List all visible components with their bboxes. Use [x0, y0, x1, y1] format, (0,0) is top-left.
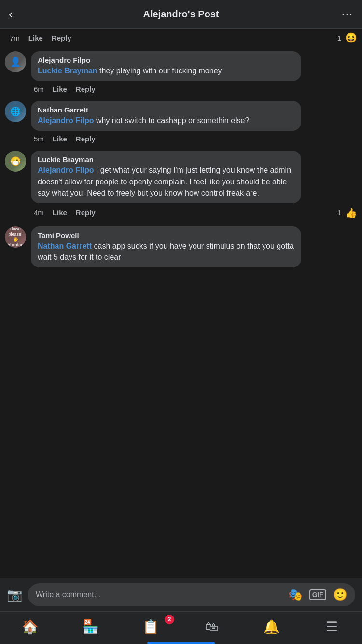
like-button[interactable]: Like: [28, 34, 43, 42]
nav-menu[interactable]: ☰: [302, 612, 362, 642]
comment-text: Luckie Brayman they playing with our fuc…: [38, 65, 294, 76]
emoji-icon[interactable]: 🙂: [333, 588, 348, 602]
comment-text: Nathan Garrett cash app sucks if you hav…: [38, 240, 294, 263]
reaction-count: 1: [337, 209, 341, 217]
comment-author: Nathan Garrett: [38, 106, 294, 114]
reply-button[interactable]: Reply: [76, 135, 96, 143]
more-options-button[interactable]: ···: [334, 8, 353, 21]
like-button[interactable]: Like: [53, 209, 67, 217]
comment-bubble: Tami Powell Nathan Garrett cash app suck…: [31, 226, 301, 267]
comment-text: Alejandro Filpo I get what your saying I…: [38, 165, 294, 198]
mention: Luckie Brayman: [38, 67, 97, 75]
comment-item: 😷 Luckie Brayman Alejandro Filpo I get w…: [5, 151, 357, 203]
comment-time: 7m: [10, 34, 20, 42]
comment-author: Alejandro Filpo: [38, 56, 294, 64]
marketplace-icon: 🛍: [205, 619, 218, 635]
comment-author: Luckie Brayman: [38, 155, 294, 164]
input-icons: 🎭 GIF 🙂: [288, 588, 348, 602]
sticker-icon[interactable]: 🎭: [288, 588, 303, 602]
comment-item: 👤 Alejandro Filpo Luckie Brayman they pl…: [5, 51, 357, 81]
comment-bubble: Alejandro Filpo Luckie Brayman they play…: [31, 51, 301, 81]
comments-feed: 7m Like Reply 1 😆 👤 Alejandro Filpo Luck…: [0, 29, 362, 311]
camera-icon[interactable]: 📷: [7, 588, 22, 602]
gif-button[interactable]: GIF: [309, 589, 326, 601]
avatar: Come down please!🖐Yucatan dawn: [5, 226, 26, 248]
reply-button[interactable]: Reply: [52, 34, 71, 42]
reaction-count: 1: [337, 34, 341, 42]
action-row-first: 7m Like Reply 1 😆: [5, 29, 357, 46]
comment-author: Tami Powell: [38, 231, 294, 239]
comment-input[interactable]: Write a comment...: [36, 590, 288, 599]
nav-store[interactable]: 🏪: [60, 612, 121, 642]
bell-icon: 🔔: [263, 619, 280, 635]
mention: Alejandro Filpo: [38, 116, 94, 125]
nav-home[interactable]: 🏠: [0, 612, 60, 642]
home-indicator: [147, 642, 215, 644]
comment-time: 5m: [34, 135, 44, 143]
thumbs-up-emoji: 👍: [345, 207, 357, 219]
home-icon: 🏠: [22, 619, 39, 635]
comment-bubble: Nathan Garrett Alejandro Filpo why not s…: [31, 101, 301, 131]
comment-item: 🌐 Nathan Garrett Alejandro Filpo why not…: [5, 101, 357, 131]
avatar: 🌐: [5, 101, 26, 122]
comment-time: 4m: [34, 209, 44, 217]
header: ‹ Alejandro's Post ···: [0, 0, 362, 29]
page-title: Alejandro's Post: [28, 9, 334, 20]
action-row: 4m Like Reply 1 👍: [5, 204, 357, 222]
nav-notifications[interactable]: 🔔: [241, 612, 302, 642]
comment-time: 6m: [34, 85, 44, 93]
news-icon: 📋: [142, 619, 159, 635]
comment-input-wrapper[interactable]: Write a comment... 🎭 GIF 🙂: [28, 583, 355, 606]
comment-input-bar: 📷 Write a comment... 🎭 GIF 🙂: [0, 578, 362, 611]
like-button[interactable]: Like: [53, 135, 67, 143]
comment-item: Come down please!🖐Yucatan dawn Tami Powe…: [5, 226, 357, 267]
store-icon: 🏪: [82, 619, 99, 635]
action-row: 5m Like Reply: [5, 132, 357, 146]
mention: Nathan Garrett: [38, 242, 92, 250]
avatar: 👤: [5, 51, 26, 72]
news-badge: 2: [165, 615, 174, 624]
comment-bubble: Luckie Brayman Alejandro Filpo I get wha…: [31, 151, 301, 203]
like-button[interactable]: Like: [53, 85, 67, 93]
menu-icon: ☰: [326, 619, 338, 635]
avatar: 😷: [5, 151, 26, 172]
bottom-nav: 🏠 🏪 📋 2 🛍 🔔 ☰: [0, 611, 362, 644]
action-row: 6m Like Reply: [5, 82, 357, 96]
reaction-emoji: 😆: [345, 32, 357, 43]
reply-button[interactable]: Reply: [76, 209, 96, 217]
comment-text: Alejandro Filpo why not switch to cashap…: [38, 115, 294, 126]
reply-button[interactable]: Reply: [76, 85, 96, 93]
nav-marketplace[interactable]: 🛍: [181, 612, 241, 642]
nav-news[interactable]: 📋 2: [121, 612, 181, 642]
back-button[interactable]: ‹: [9, 7, 28, 22]
mention: Alejandro Filpo: [38, 166, 94, 174]
